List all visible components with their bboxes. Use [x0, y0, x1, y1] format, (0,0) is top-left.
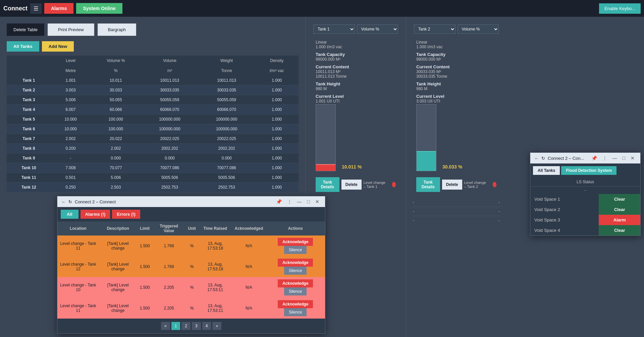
- tank1-details-button[interactable]: Tank Details: [316, 177, 339, 192]
- alarms-window-titlebar: ← ↻ Connect 2 – Connect 📌 ⋮ — □ ✕: [57, 196, 325, 207]
- c2-maximize-button[interactable]: □: [621, 155, 627, 161]
- silence-button[interactable]: Silence: [284, 246, 307, 254]
- tank2-content: Current Content 30033.035 M³ 30033.035 T…: [416, 64, 496, 79]
- enable-keyboard-button[interactable]: Enable Keybo...: [599, 3, 641, 14]
- col-actions: Actions: [266, 221, 325, 235]
- page-2-button[interactable]: 2: [181, 322, 191, 330]
- acknowledge-button[interactable]: Acknowledge: [278, 259, 313, 267]
- c2-tab-flood[interactable]: Flood Detection System: [561, 166, 616, 175]
- level-cell: -: [51, 153, 91, 163]
- alarm-triggered: 2.205: [153, 277, 185, 298]
- volume-pct-cell: 0.000: [91, 153, 142, 163]
- alarm-row: Level change - Tank 10 [Tank] Level chan…: [57, 277, 325, 298]
- void-row: Void Space 2 Clear: [530, 204, 640, 215]
- alarm-acknowledged: N/A: [232, 256, 266, 277]
- silence-button[interactable]: Silence: [284, 287, 307, 295]
- silence-button[interactable]: Silence: [284, 267, 307, 275]
- tab-add-new[interactable]: Add New: [42, 41, 74, 52]
- unit-volume: m³: [141, 66, 198, 76]
- page-next-button[interactable]: »: [212, 322, 221, 330]
- page-4-button[interactable]: 4: [202, 322, 211, 330]
- tank-name-cell: Tank 11: [7, 173, 51, 183]
- print-preview-button[interactable]: Print Preview: [48, 23, 94, 36]
- volume-cell: 0.000: [141, 153, 198, 163]
- level-cell: 1.001: [51, 76, 91, 85]
- tank2-capacity: Tank Capacity 98000.000 M³: [416, 52, 496, 62]
- close-button[interactable]: ✕: [314, 198, 321, 205]
- tank1-delete-button[interactable]: Delete: [341, 180, 362, 190]
- page-3-button[interactable]: 3: [192, 322, 201, 330]
- pin-button[interactable]: 📌: [274, 198, 283, 205]
- level-cell: 6.007: [51, 105, 91, 115]
- alarm-time: 13, Aug, 17:53:18: [199, 256, 232, 277]
- volume-pct-cell: 100.000: [91, 124, 142, 134]
- tab-all-tanks[interactable]: All Tanks: [7, 41, 39, 52]
- tank1-linear: Linear 1.000 t/m3 vac: [316, 40, 396, 49]
- acknowledge-button[interactable]: Acknowledge: [278, 279, 313, 287]
- tank-data-table: Level Volume % Volume Weight Density Met…: [7, 56, 299, 192]
- weight-cell: 60066.070: [198, 105, 255, 115]
- empty-dash-6: -: [498, 218, 500, 223]
- alarm-location: Level change - Tank 11: [57, 235, 99, 256]
- tank2-select-tank[interactable]: Tank 2: [414, 24, 455, 34]
- alarm-tab-errors[interactable]: Errors (!): [112, 210, 140, 219]
- tank2-details-button[interactable]: Tank Details: [416, 177, 440, 192]
- table-row: Tank 1 1.001 10.011 10011.013 10011.013 …: [7, 76, 299, 85]
- c2-pin-button[interactable]: 📌: [590, 155, 599, 161]
- minimize-button[interactable]: —: [296, 198, 304, 205]
- tank1-percent-label: 10.011 %: [342, 164, 362, 170]
- refresh-icon[interactable]: ↻: [68, 199, 72, 204]
- c2-minimize-button[interactable]: —: [611, 155, 619, 161]
- page-1-button[interactable]: 1: [171, 322, 180, 330]
- c2-back-icon[interactable]: ←: [534, 156, 539, 161]
- alarm-acknowledged: N/A: [232, 298, 266, 319]
- c2-tab-all-tanks[interactable]: All Tanks: [533, 166, 560, 175]
- tank2-delete-button[interactable]: Delete: [442, 180, 462, 190]
- empty-dash-3: -: [413, 209, 414, 214]
- empty-dash-1: -: [413, 200, 414, 205]
- volume-cell: 20022.025: [141, 134, 198, 144]
- alarm-row: Level change - Tank 12 [Tank] Level chan…: [57, 256, 325, 277]
- back-icon[interactable]: ←: [61, 199, 66, 204]
- hamburger-button[interactable]: ☰: [30, 3, 42, 14]
- density-cell: 1.000: [255, 124, 299, 134]
- weight-cell: 20022.025: [198, 134, 255, 144]
- c2-close-button[interactable]: ✕: [629, 155, 636, 161]
- density-cell: 1.000: [255, 115, 299, 124]
- maximize-button[interactable]: □: [306, 198, 312, 205]
- alarm-tab-alarms[interactable]: Alarms (!): [80, 210, 110, 219]
- tank1-select-type[interactable]: Volume %: [357, 24, 398, 34]
- ls-status-dash: -: [530, 187, 640, 194]
- acknowledge-button[interactable]: Acknowledge: [278, 300, 313, 308]
- tank1-select-tank[interactable]: Tank 1: [313, 24, 355, 34]
- weight-cell: 2002.202: [198, 144, 255, 153]
- alarm-description: [Tank] Level change: [99, 235, 137, 256]
- bargraph-button[interactable]: Bargraph: [98, 23, 136, 36]
- weight-cell: 70077.086: [198, 163, 255, 173]
- alarm-unit: %: [185, 235, 199, 256]
- weight-cell: 100000.000: [198, 124, 255, 134]
- alarms-button[interactable]: Alarms: [44, 3, 73, 14]
- alarm-actions: Acknowledge Silence: [266, 298, 325, 319]
- page-prev-button[interactable]: «: [161, 322, 170, 330]
- void-status: Alarm: [599, 215, 640, 225]
- more-options-button[interactable]: ⋮: [285, 198, 293, 205]
- void-status: Clear: [599, 204, 640, 215]
- volume-cell: 30033.035: [141, 85, 198, 95]
- alarm-time: 13, Aug, 17:53:11: [199, 298, 232, 319]
- alarm-acknowledged: N/A: [232, 235, 266, 256]
- c2-more-button[interactable]: ⋮: [601, 155, 609, 161]
- tank-name-cell: Tank 9: [7, 153, 51, 163]
- level-cell: 0.200: [51, 144, 91, 153]
- density-cell: 1.000: [255, 163, 299, 173]
- volume-cell: 60066.070: [141, 105, 198, 115]
- c2-refresh-icon[interactable]: ↻: [541, 156, 545, 161]
- silence-button[interactable]: Silence: [284, 308, 307, 316]
- acknowledge-button[interactable]: Acknowledge: [278, 238, 313, 246]
- col-volume-header: Volume: [141, 56, 198, 66]
- tank2-select-type[interactable]: Volume %: [458, 24, 499, 34]
- system-online-button[interactable]: System Online: [76, 3, 122, 14]
- alarm-tab-all[interactable]: All: [61, 210, 78, 219]
- tank1-capacity: Tank Capacity 98000.000 M³: [316, 52, 396, 62]
- delete-table-button[interactable]: Delete Table: [7, 23, 44, 36]
